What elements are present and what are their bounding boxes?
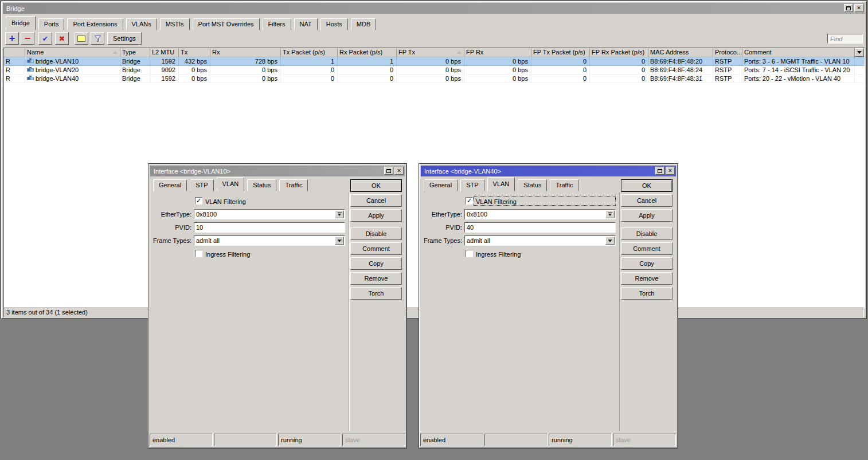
table-row[interactable]: R bridge-VLAN10 Bridge 1592 432 bps 728 … (4, 57, 865, 66)
ethertype-input[interactable] (194, 210, 345, 219)
column-select-button[interactable] (855, 48, 864, 57)
remove-button[interactable]: Remove (350, 272, 402, 285)
comment-button[interactable] (75, 32, 88, 45)
table-row[interactable]: R bridge-VLAN20 Bridge 9092 0 bps 0 bps … (4, 66, 865, 74)
tab-status[interactable]: Status (518, 179, 547, 191)
column-header-fp-tx-packet[interactable]: FP Tx Packet (p/s) (531, 48, 590, 57)
column-header-fp-rx[interactable]: FP Rx (464, 48, 531, 57)
ingress-filtering-label: Ingress Filtering (476, 250, 521, 258)
remove-button[interactable]: − (21, 32, 34, 45)
dialog1-titlebar[interactable]: Interface <bridge-VLAN10> ✕ (150, 166, 405, 176)
ethertype-dropdown-button[interactable] (335, 210, 344, 218)
disable-button[interactable]: Disable (621, 227, 672, 240)
dropdown-icon (338, 239, 342, 239)
ethertype-input[interactable] (465, 210, 615, 219)
ingress-filtering-checkbox[interactable] (466, 250, 473, 257)
apply-button[interactable]: Apply (350, 209, 402, 222)
column-header-comment[interactable]: Comment (742, 48, 855, 57)
cancel-button[interactable]: Cancel (350, 194, 402, 207)
tab-hosts[interactable]: Hosts (320, 18, 348, 30)
tab-stp[interactable]: STP (190, 179, 213, 191)
cell-fp-rx: 0 bps (464, 66, 531, 74)
enabled-status: enabled (420, 434, 483, 446)
tab-traffic[interactable]: Traffic (550, 179, 578, 191)
copy-button[interactable]: Copy (621, 257, 672, 270)
column-header-name[interactable]: Name (25, 48, 120, 57)
column-header-protocol[interactable]: Protoco... (713, 48, 742, 57)
close-button[interactable]: ✕ (854, 4, 863, 12)
tab-mdb[interactable]: MDB (351, 18, 376, 30)
dialog2-titlebar[interactable]: Interface <bridge-VLAN40> ✕ (421, 166, 676, 176)
column-header-flags[interactable] (4, 48, 25, 57)
frame-types-input[interactable] (194, 236, 345, 245)
ethertype-field (464, 209, 616, 219)
tab-vlan[interactable]: VLAN (487, 177, 515, 191)
ok-button[interactable]: OK (621, 179, 672, 192)
maximize-button[interactable] (844, 4, 853, 12)
apply-button[interactable]: Apply (621, 209, 672, 222)
comment-button[interactable]: Comment (621, 242, 672, 255)
copy-button[interactable]: Copy (350, 257, 402, 270)
maximize-button[interactable] (655, 167, 664, 175)
column-header-rx-packet[interactable]: Rx Packet (p/s) (338, 48, 397, 57)
tab-port-mst-overrides[interactable]: Port MST Overrides (193, 18, 260, 30)
maximize-button[interactable] (384, 167, 393, 175)
column-header-type[interactable]: Type (120, 48, 150, 57)
torch-button[interactable]: Torch (350, 287, 402, 300)
column-header-tx-packet[interactable]: Tx Packet (p/s) (281, 48, 338, 57)
running-status: running (549, 434, 612, 446)
column-header-mac-address[interactable]: MAC Address (648, 48, 713, 57)
tab-stp[interactable]: STP (460, 179, 484, 191)
column-header-rx[interactable]: Rx (210, 48, 281, 57)
pvid-label: PVID: (148, 222, 191, 233)
cancel-button[interactable]: Cancel (621, 194, 672, 207)
bridge-window-titlebar[interactable]: Bridge ✕ (3, 3, 865, 14)
table-row[interactable]: R bridge-VLAN40 Bridge 1592 0 bps 0 bps … (4, 74, 865, 83)
cell-flags: R (4, 74, 25, 83)
close-button[interactable]: ✕ (666, 167, 675, 175)
pvid-input[interactable] (465, 223, 615, 232)
disable-button[interactable]: ✖ (55, 32, 69, 45)
tab-ports[interactable]: Ports (38, 18, 65, 30)
vlan-filtering-checkbox[interactable] (195, 197, 202, 205)
comment-button[interactable]: Comment (350, 242, 402, 255)
tab-bridge[interactable]: Bridge (6, 16, 36, 30)
column-header-tx[interactable]: Tx (179, 48, 210, 57)
frame-types-dropdown-button[interactable] (605, 237, 615, 245)
ingress-filtering-checkbox[interactable] (195, 250, 202, 257)
remove-button[interactable]: Remove (621, 272, 672, 285)
tab-nat[interactable]: NAT (294, 18, 318, 30)
pvid-input[interactable] (194, 223, 345, 232)
enable-button[interactable]: ✔ (38, 32, 52, 45)
tab-traffic[interactable]: Traffic (279, 179, 308, 191)
tab-vlan[interactable]: VLAN (217, 177, 245, 191)
disable-button[interactable]: Disable (350, 227, 402, 240)
tab-general[interactable]: General (153, 179, 187, 191)
column-header-fp-tx[interactable]: FP Tx (397, 48, 464, 57)
tab-general[interactable]: General (424, 179, 458, 191)
tab-mstis[interactable]: MSTIs (160, 18, 190, 30)
frame-types-dropdown-button[interactable] (335, 237, 344, 245)
ethertype-dropdown-button[interactable] (605, 210, 615, 218)
torch-button[interactable]: Torch (621, 287, 672, 300)
close-button[interactable]: ✕ (394, 167, 404, 175)
vlan-filtering-checkbox[interactable] (466, 197, 473, 205)
cell-fp-rx-packet: 0 (590, 57, 648, 66)
frame-types-label: Frame Types: (419, 235, 462, 246)
tab-filters[interactable]: Filters (263, 18, 291, 30)
column-header-l2mtu[interactable]: L2 MTU (150, 48, 179, 57)
settings-button[interactable]: Settings (107, 32, 142, 45)
column-header-fp-rx-packet[interactable]: FP Rx Packet (p/s) (590, 48, 648, 57)
enabled-status: enabled (150, 434, 213, 446)
empty-status (214, 434, 277, 446)
find-input[interactable] (827, 34, 863, 44)
ok-button[interactable]: OK (350, 179, 402, 192)
dialog1-tabstrip: General STP VLAN Status Traffic (153, 176, 311, 191)
frame-types-input[interactable] (465, 236, 615, 245)
filter-button[interactable] (91, 32, 104, 45)
tab-port-extensions[interactable]: Port Extensions (67, 18, 123, 30)
add-button[interactable]: + (5, 32, 19, 45)
cell-rx-packet: 0 (338, 74, 397, 83)
tab-status[interactable]: Status (247, 179, 276, 191)
tab-vlans[interactable]: VLANs (126, 18, 157, 30)
